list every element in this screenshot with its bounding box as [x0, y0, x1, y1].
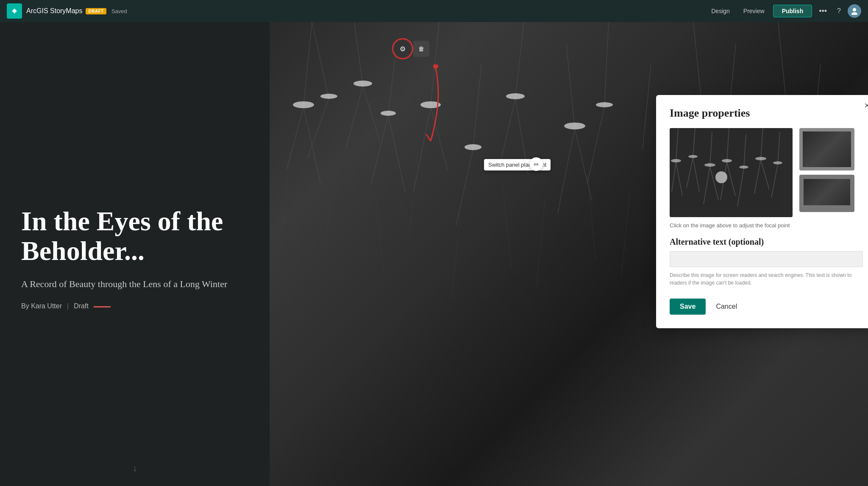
- cancel-button[interactable]: Cancel: [711, 299, 742, 315]
- main-image-preview[interactable]: [670, 128, 793, 217]
- story-content: In the Eyes of the Beholder... A Record …: [0, 22, 270, 486]
- design-button[interactable]: Design: [706, 5, 735, 17]
- save-button[interactable]: Save: [670, 299, 706, 315]
- story-draft-status: Draft: [74, 302, 89, 310]
- publish-button[interactable]: Publish: [773, 5, 812, 17]
- author-underline-decoration: [94, 306, 111, 307]
- more-options-button[interactable]: •••: [815, 5, 830, 17]
- help-button[interactable]: ?: [834, 6, 844, 17]
- image-toolbar: ⚙ 🗑: [395, 41, 429, 57]
- svg-point-81: [688, 155, 698, 158]
- preview-image-svg: [670, 128, 793, 217]
- story-author: By Kara Utter: [21, 302, 62, 310]
- app-logo: [7, 3, 22, 19]
- side-previews: [799, 128, 854, 212]
- switch-panel-button[interactable]: ⇔: [529, 157, 543, 171]
- image-delete-button[interactable]: 🗑: [413, 41, 429, 57]
- trash-icon: 🗑: [418, 45, 424, 52]
- scroll-down-icon: ↓: [133, 464, 137, 473]
- more-icon: •••: [819, 7, 827, 15]
- author-line: By Kara Utter | Draft: [21, 302, 248, 310]
- close-icon: ×: [864, 100, 868, 111]
- story-panel: In the Eyes of the Beholder... A Record …: [0, 22, 270, 486]
- preview-button[interactable]: Preview: [738, 5, 770, 17]
- draft-badge: DRAFT: [86, 8, 106, 14]
- alt-text-section: Alternative text (optional) Describe thi…: [670, 237, 863, 287]
- alt-text-hint: Describe this image for screen readers a…: [670, 271, 863, 287]
- author-prefix: By: [21, 302, 29, 310]
- alt-text-input[interactable]: [670, 251, 863, 267]
- story-subtitle: A Record of Beauty through the Lens of a…: [21, 279, 248, 290]
- panel-actions: Save Cancel: [670, 299, 863, 315]
- tablet-preview: [799, 128, 854, 170]
- svg-point-83: [722, 159, 732, 162]
- scroll-indicator: ↓: [133, 464, 137, 473]
- svg-point-85: [755, 157, 766, 160]
- svg-point-2: [851, 12, 857, 15]
- story-title: In the Eyes of the Beholder...: [21, 207, 248, 266]
- user-avatar[interactable]: [848, 4, 861, 18]
- help-icon: ?: [837, 7, 841, 14]
- top-navigation: ArcGIS StoryMaps DRAFT Saved Design Prev…: [0, 0, 868, 22]
- switch-panel-icon: ⇔: [534, 161, 539, 168]
- image-properties-panel: × Image properties: [656, 95, 868, 328]
- gear-icon: ⚙: [400, 45, 406, 53]
- panel-title: Image properties: [670, 107, 863, 120]
- red-arrow: [409, 64, 460, 149]
- svg-point-59: [433, 64, 438, 69]
- svg-point-86: [773, 162, 782, 165]
- author-name: Kara Utter: [31, 302, 62, 310]
- desktop-preview: [799, 175, 854, 212]
- svg-point-82: [704, 163, 715, 167]
- svg-rect-60: [670, 128, 793, 217]
- author-divider: |: [67, 302, 69, 310]
- svg-point-80: [671, 159, 681, 162]
- image-settings-button[interactable]: ⚙: [395, 41, 411, 57]
- panel-close-button[interactable]: ×: [864, 101, 868, 110]
- app-name: ArcGIS StoryMaps: [26, 7, 82, 15]
- image-area: ⚙ 🗑 Switch panel placement ⇔ × Image pro…: [270, 22, 868, 486]
- editor-main: In the Eyes of the Beholder... A Record …: [0, 22, 868, 486]
- focal-point-hint: Click on the image above to adjust the f…: [670, 222, 863, 229]
- svg-point-1: [853, 8, 856, 11]
- saved-label: Saved: [111, 8, 127, 14]
- svg-point-84: [739, 166, 748, 169]
- focal-point-indicator: [715, 171, 727, 183]
- image-preview-area: [670, 128, 863, 217]
- nav-actions: Design Preview Publish ••• ?: [706, 4, 861, 18]
- alt-text-label: Alternative text (optional): [670, 237, 863, 247]
